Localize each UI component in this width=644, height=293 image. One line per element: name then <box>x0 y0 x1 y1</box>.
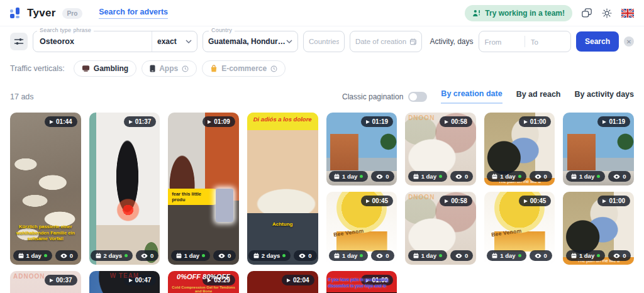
chats-button[interactable] <box>581 8 592 19</box>
date-text: 1 day <box>421 173 436 180</box>
date-text: 1 day <box>26 252 42 259</box>
views-text: 0 <box>465 173 468 180</box>
sort-by-creation-date[interactable]: By creation date <box>441 89 502 104</box>
calendar-icon <box>334 174 340 179</box>
card-meta: 1 day0 <box>563 171 634 182</box>
vertical-chip-ecommerce[interactable]: E-commerce <box>202 60 286 77</box>
chip-label: E-commerce <box>221 64 267 73</box>
views-badge: 0 <box>608 171 631 182</box>
views-text: 0 <box>70 252 73 259</box>
ad-card[interactable]: 01:191 day0 <box>563 113 634 185</box>
duration-text: 00:58 <box>451 197 467 204</box>
date-of-creation-input[interactable] <box>355 38 407 45</box>
views-text: 0 <box>386 173 389 180</box>
activity-from-input[interactable] <box>485 38 519 46</box>
card-meta: 1 day0 <box>326 171 397 182</box>
calendar-icon <box>571 253 577 258</box>
ad-card[interactable]: 00:58DNOON1 day0 <box>405 192 476 265</box>
apps-icon <box>150 65 155 72</box>
ad-card[interactable]: 01:00The pain on me like a1 day0 <box>484 113 555 185</box>
date-text: 2 days <box>262 252 280 259</box>
eye-icon <box>299 253 306 258</box>
filters-button[interactable] <box>10 33 28 50</box>
ad-card[interactable]: 00:47W TEAM <box>89 271 160 293</box>
card-meta: 1 day0 <box>405 250 476 261</box>
keyword-searchtype-field: Keyword or phrase Search type exact <box>33 31 197 52</box>
active-dot <box>360 254 363 257</box>
play-icon <box>602 120 606 124</box>
ad-caption: 0%OFF 80%OFF <box>168 273 239 280</box>
country-select[interactable]: Country Guatemala, Honduras <box>203 31 298 52</box>
ad-card[interactable]: 00:45Bee Venom1 day0 <box>326 192 397 265</box>
views-text: 0 <box>465 252 468 259</box>
clear-filters-button[interactable]: ✕ <box>624 36 634 47</box>
date-text: 2 days <box>104 252 123 259</box>
ad-card[interactable]: 02:04TREATING KNEE PAIN IS SO EASY! <box>247 271 318 293</box>
ad-card[interactable]: 01:372 days0 <box>89 113 160 265</box>
grid-column: 01:191 day000:45Bee Venom1 day001:09If y… <box>326 113 397 293</box>
gambling-icon <box>82 65 90 72</box>
card-meta: 2 days0 <box>247 250 318 261</box>
country-label: Country <box>209 27 235 33</box>
grid-column: 01:09fear this little produ1 day003:290%… <box>168 113 239 293</box>
calendar-icon <box>176 253 182 258</box>
ad-card[interactable]: 03:290%OFF 80%OFFCold Compression Gel fo… <box>168 271 239 293</box>
calendar-icon[interactable] <box>409 37 417 46</box>
eye-icon <box>376 174 383 179</box>
active-dot <box>518 175 521 178</box>
ad-card[interactable]: 01:44Kürzlich passierte einer wohlhabend… <box>10 113 81 265</box>
ad-caption: DNOON <box>408 114 435 121</box>
activity-days-label: Activity, days <box>430 37 473 46</box>
ad-card[interactable]: 02:00Di adiós a los doloreAchtung2 days0 <box>247 113 318 265</box>
ad-card[interactable]: 00:37ADNOON <box>10 271 81 293</box>
ad-card[interactable]: 00:58DNOON1 day0 <box>405 113 476 185</box>
duration-text: 01:37 <box>135 118 152 125</box>
activity-range-field <box>479 31 571 52</box>
chip-label: Gambling <box>94 64 128 73</box>
card-meta: 1 day0 <box>405 171 476 182</box>
vertical-chip-gambling[interactable]: Gambling <box>74 60 136 77</box>
tyver-logo[interactable]: Tyver <box>10 7 56 19</box>
ad-card[interactable]: 01:00The pain on me like a1 day0 <box>563 192 634 265</box>
uk-flag-icon <box>621 9 634 18</box>
date-badge: 1 day <box>329 250 368 261</box>
ad-card[interactable]: 01:09If you have pain in you causing dis… <box>326 271 397 293</box>
duration-badge: 02:04 <box>282 275 314 285</box>
ad-caption: DNOON <box>408 194 435 201</box>
duration-text: 01:09 <box>214 118 230 125</box>
team-button-label: Try working in a team! <box>485 9 565 18</box>
views-text: 0 <box>308 252 311 259</box>
language-button[interactable] <box>621 9 634 18</box>
calendar-icon <box>571 174 577 179</box>
sort-by-activity-days[interactable]: By activity days <box>575 90 635 103</box>
ad-caption: Achtung <box>247 221 318 227</box>
date-badge: 1 day <box>487 250 526 261</box>
duration-text: 00:45 <box>372 197 389 204</box>
nav-search-for-adverts[interactable]: Search for adverts <box>99 8 168 19</box>
card-meta: 1 day0 <box>563 250 634 261</box>
activity-to-input[interactable] <box>531 38 565 46</box>
vertical-chip-apps[interactable]: Apps <box>142 60 197 77</box>
date-text: 1 day <box>342 252 357 259</box>
tyver-logo-icon <box>10 7 23 19</box>
duration-badge: 00:37 <box>45 275 77 285</box>
search-button[interactable]: Search <box>576 31 619 52</box>
play-icon <box>366 199 370 203</box>
search-type-select[interactable]: Search type exact <box>152 31 197 52</box>
ad-card[interactable]: 00:45Bee Venom1 day0 <box>484 192 555 265</box>
date-badge: 1 day <box>566 171 605 182</box>
calendar-icon <box>253 253 259 258</box>
countries-extra-input[interactable] <box>309 38 339 45</box>
keyword-input[interactable] <box>40 37 145 46</box>
date-of-creation-field <box>350 31 423 52</box>
ad-card[interactable]: 01:09fear this little produ1 day0 <box>168 113 239 265</box>
sort-by-ad-reach[interactable]: By ad reach <box>516 90 561 103</box>
play-icon <box>524 120 528 124</box>
team-button[interactable]: Try working in a team! <box>465 5 572 21</box>
classic-pagination-toggle[interactable] <box>408 92 427 102</box>
date-badge: 2 days <box>248 250 291 261</box>
gear-icon <box>601 8 613 19</box>
views-badge: 0 <box>530 171 552 182</box>
ad-card[interactable]: 01:191 day0 <box>326 113 397 185</box>
settings-button[interactable] <box>601 8 613 19</box>
